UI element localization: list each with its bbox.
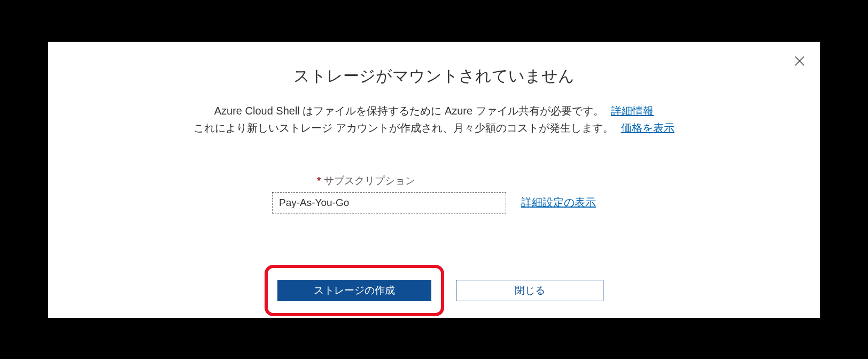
- learn-more-link[interactable]: 詳細情報: [611, 105, 654, 117]
- create-storage-highlight: ストレージの作成: [265, 265, 444, 316]
- dialog-buttons: ストレージの作成 閉じる: [48, 265, 820, 316]
- close-button-wrap: 閉じる: [456, 265, 603, 316]
- pricing-link[interactable]: 価格を表示: [621, 122, 675, 134]
- subscription-label: サブスクリプション: [324, 175, 415, 186]
- subscription-value: Pay-As-You-Go: [279, 197, 349, 209]
- dialog-description: Azure Cloud Shell はファイルを保持するために Azure ファ…: [48, 102, 820, 136]
- storage-mount-dialog: ストレージがマウントされていません Azure Cloud Shell はファイ…: [48, 42, 820, 318]
- close-button[interactable]: 閉じる: [456, 280, 603, 301]
- close-icon[interactable]: [792, 54, 807, 68]
- description-line-1: Azure Cloud Shell はファイルを保持するために Azure ファ…: [48, 102, 820, 119]
- dialog-title: ストレージがマウントされていません: [48, 65, 820, 87]
- subscription-label-row: *サブスクリプション: [317, 174, 551, 188]
- description-line-2: これにより新しいストレージ アカウントが作成され、月々少額のコストが発生します。…: [48, 119, 820, 136]
- description-text-2: これにより新しいストレージ アカウントが作成され、月々少額のコストが発生します。: [193, 122, 614, 134]
- subscription-input-row: Pay-As-You-Go 詳細設定の表示: [272, 192, 596, 213]
- required-mark: *: [317, 175, 321, 186]
- create-storage-button[interactable]: ストレージの作成: [277, 280, 431, 301]
- advanced-settings-link[interactable]: 詳細設定の表示: [521, 195, 596, 210]
- subscription-select[interactable]: Pay-As-You-Go: [272, 192, 506, 213]
- description-text-1: Azure Cloud Shell はファイルを保持するために Azure ファ…: [214, 105, 604, 117]
- subscription-form: *サブスクリプション Pay-As-You-Go 詳細設定の表示: [48, 174, 820, 213]
